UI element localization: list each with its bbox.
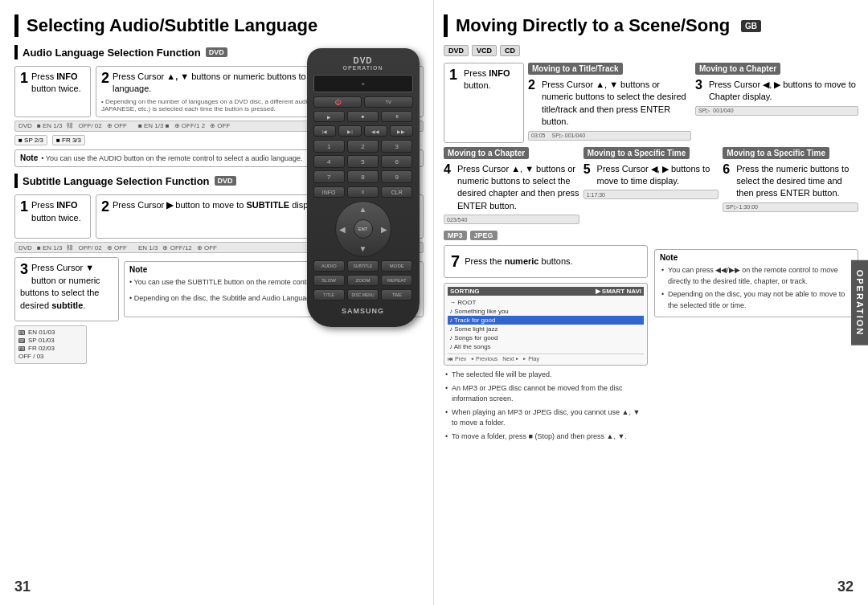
- remote-row-bottom1: AUDIO SUBTITLE MODE: [313, 260, 413, 272]
- operation-tab: OPERATION: [851, 260, 868, 345]
- vcd-badge: VCD: [472, 45, 497, 56]
- remote-title-btn[interactable]: TITLE: [313, 289, 345, 300]
- specific-time1-label: Moving to a Specific Time: [583, 147, 690, 159]
- step5-row: 5 Press Cursor ◀, ▶ buttons to move to t…: [583, 163, 719, 188]
- bottom-steps-grid: Moving to a Chapter 4 Press Cursor ▲, ▼ …: [444, 147, 858, 227]
- remote-btn-6[interactable]: 6: [381, 155, 412, 168]
- dpad-left[interactable]: ◀: [339, 225, 346, 234]
- numeric-step-num: 7: [451, 252, 460, 271]
- dpad-down[interactable]: ▼: [359, 244, 367, 253]
- remote-audio-btn[interactable]: AUDIO: [313, 260, 345, 272]
- bullet-2: An MP3 or JPEG disc cannot be moved from…: [445, 383, 648, 405]
- title-track-section: Moving to a Title/Track 2 Press Cursor ▲…: [528, 63, 691, 143]
- remote-time-btn[interactable]: TIME: [381, 289, 412, 300]
- step5-num: 5: [583, 163, 591, 188]
- step6-row: 6 Press the numeric buttons to select th…: [723, 163, 858, 200]
- remote-btn-1[interactable]: 1: [313, 140, 345, 153]
- remote-numpad: 1 2 3 4 5 6 7 8 9: [313, 140, 413, 183]
- remote-ff-btn[interactable]: ▶▶: [390, 125, 413, 137]
- specific-time1-status: 1:17:30: [583, 190, 719, 199]
- right-note-1: You can press ◀◀/▶▶ on the remote contro…: [661, 265, 853, 287]
- remote-subtitle-btn[interactable]: SUBTITLE: [347, 260, 379, 272]
- audio-step1-box: 1 Press INFO button twice.: [14, 66, 91, 117]
- sort-item-root: → ROOT: [448, 298, 644, 307]
- gb-badge: GB: [741, 20, 761, 32]
- remote-prev-btn[interactable]: |◀: [313, 125, 337, 137]
- specific-time2-status: SP▷ 1:30:00: [723, 202, 858, 212]
- bullet-3: When playing an MP3 or JPEG disc, you ca…: [445, 407, 648, 429]
- remote-zoom-btn[interactable]: ZOOM: [347, 275, 379, 286]
- remote-row3: |◀ ▶| ◀◀ ▶▶: [313, 125, 413, 137]
- remote-repeat-btn[interactable]: REPEAT: [381, 275, 412, 286]
- right-page: Moving Directly to a Scene/Song GB DVD V…: [434, 0, 868, 605]
- right-page-number: 32: [837, 578, 854, 595]
- step4-num: 4: [444, 163, 451, 213]
- sort-title-bar: SORTING ▶ SMART NAVI: [448, 287, 644, 296]
- subtitle-step1-box: 1 Press INFO button twice.: [14, 194, 91, 239]
- step3-num: 3: [695, 79, 702, 104]
- bullet-1: The selected file will be played.: [445, 370, 648, 381]
- right-step1-num: 1: [449, 67, 457, 82]
- remote-stop-btn[interactable]: ■: [347, 111, 379, 122]
- audio-dvd-badge: DVD: [206, 47, 227, 57]
- step2-row: 2 Press Cursor ▲, ▼ buttons or numeric b…: [528, 79, 691, 129]
- right-title-text: Moving Directly to a Scene/Song: [456, 15, 730, 36]
- remote-logo: DVD OPERATION: [313, 56, 413, 71]
- step4-text: Press Cursor ▲, ▼ buttons or numeric but…: [457, 163, 579, 213]
- sort-item-2: ♪ Track for good: [448, 316, 644, 325]
- dpad-up[interactable]: ▲: [359, 205, 367, 214]
- remote-tv-btn[interactable]: TV: [364, 96, 413, 108]
- step6-text: Press the numeric buttons to select the …: [736, 163, 858, 200]
- right-note-section: Note You can press ◀◀/▶▶ on the remote c…: [654, 245, 858, 444]
- remote-disc-btn[interactable]: DISC MENU: [347, 289, 379, 300]
- numeric-box: 7 Press the numeric buttons.: [444, 245, 648, 278]
- remote-btn-4[interactable]: 4: [313, 155, 345, 168]
- remote-btn-7[interactable]: 7: [313, 170, 345, 183]
- remote-btn-9[interactable]: 9: [381, 170, 412, 183]
- sort-item-5: ♪ All the songs: [448, 342, 644, 351]
- audio-sub-fr: ■ FR 3/3: [52, 135, 85, 145]
- remote-btn-0[interactable]: 0: [347, 186, 379, 198]
- remote-row-bottom3: TITLE DISC MENU TIME: [313, 289, 413, 300]
- bullet-list: The selected file will be played. An MP3…: [444, 370, 648, 442]
- chapter2-label: Moving to a Chapter: [444, 147, 529, 159]
- remote-next-btn[interactable]: ▶|: [338, 125, 362, 137]
- remote-btn-2[interactable]: 2: [347, 140, 379, 153]
- audio-step2-num: 2: [101, 71, 109, 85]
- chapter-section2: Moving to a Chapter 4 Press Cursor ▲, ▼ …: [444, 147, 579, 227]
- right-title-bar: [444, 14, 448, 37]
- left-page: Selecting Audio/Subtitle Language Audio …: [0, 0, 434, 605]
- chapter1-status: SP▷ 001/040: [695, 106, 858, 116]
- numeric-section: 7 Press the numeric buttons. SORTING ▶ S…: [444, 245, 648, 444]
- sort-item-3: ♪ Some light jazz: [448, 325, 644, 333]
- remote-row-mid: INFO 0 CLR: [313, 186, 413, 198]
- audio-note-label: Note: [20, 153, 38, 162]
- left-page-title: Selecting Audio/Subtitle Language: [14, 14, 424, 37]
- remote-btn-3[interactable]: 3: [381, 140, 412, 153]
- mp3-badge: MP3: [444, 231, 467, 240]
- sort-nav: ⏮ Prev ◀ Previous Next ▶ ▶ Play: [448, 354, 644, 362]
- specific-time2-label: Moving to a Specific Time: [723, 147, 829, 159]
- remote-mode-btn[interactable]: MODE: [381, 260, 412, 272]
- remote-btn-8[interactable]: 8: [347, 170, 379, 183]
- dpad-right[interactable]: ▶: [381, 225, 387, 234]
- remote-play-btn[interactable]: ▶: [313, 111, 345, 122]
- remote-pause-btn[interactable]: ⏸: [381, 111, 412, 122]
- disc-badges-row: DVD VCD CD: [444, 45, 858, 56]
- remote-power-btn[interactable]: ⏻: [313, 96, 362, 108]
- right-page-title: Moving Directly to a Scene/Song GB: [444, 14, 858, 37]
- title-bar: [14, 14, 18, 37]
- step3-row: 3 Press Cursor ◀, ▶ buttons to move to C…: [695, 79, 858, 104]
- mp3-jpeg-row: MP3 JPEG: [444, 231, 858, 240]
- specific-time2-section: Moving to a Specific Time 6 Press the nu…: [723, 147, 858, 227]
- remote-rew-btn[interactable]: ◀◀: [364, 125, 387, 137]
- right-note-label: Note: [660, 253, 678, 262]
- remote-btn-5[interactable]: 5: [347, 155, 379, 168]
- remote-cancel-btn[interactable]: CLR: [381, 186, 412, 198]
- remote-info-btn[interactable]: INFO: [313, 186, 345, 198]
- dpad-enter[interactable]: ENT: [354, 219, 373, 239]
- samsung-logo: SAMSUNG: [313, 307, 413, 315]
- remote-slow-btn[interactable]: SLOW: [313, 275, 345, 286]
- dpad-ring[interactable]: ▲ ▼ ◀ ▶ ENT: [335, 201, 391, 257]
- subtitle-note-label: Note: [129, 265, 147, 274]
